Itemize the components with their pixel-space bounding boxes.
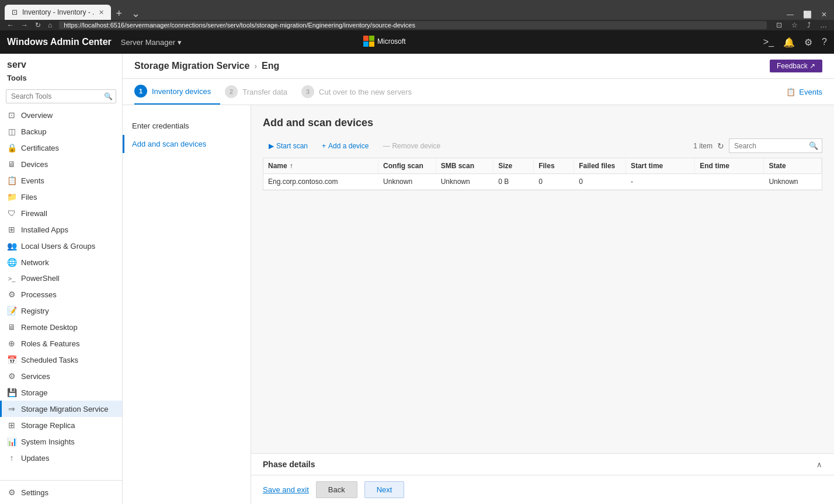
back-button[interactable]: Back: [316, 481, 357, 498]
firewall-icon: 🛡: [7, 208, 16, 218]
sidebar-item-firewall[interactable]: 🛡 Firewall: [0, 205, 122, 221]
home-button[interactable]: ⌂: [46, 20, 54, 30]
sidebar-item-devices[interactable]: 🖥 Devices: [0, 156, 122, 172]
terminal-icon[interactable]: >_: [763, 37, 774, 47]
step-cutover[interactable]: 3 Cut over to the new servers: [301, 79, 421, 104]
breadcrumb: Storage Migration Service › Eng: [134, 61, 765, 71]
forward-button[interactable]: →: [19, 20, 30, 30]
col-name[interactable]: Name ↑: [263, 158, 378, 173]
sidebar-search-input[interactable]: [6, 89, 116, 103]
services-icon: ⚙: [7, 371, 16, 381]
col-end-time[interactable]: End time: [695, 158, 764, 173]
tab-close-button[interactable]: ✕: [99, 9, 104, 16]
refresh-button[interactable]: ↻: [33, 20, 43, 30]
col-start-time[interactable]: Start time: [626, 158, 695, 173]
favorites-button[interactable]: ☆: [789, 20, 800, 30]
sort-icon: ↑: [290, 162, 293, 170]
next-button[interactable]: Next: [364, 481, 405, 498]
step-3-label: Cut over to the new servers: [319, 88, 412, 96]
step-transfer[interactable]: 2 Transfer data: [225, 79, 297, 104]
sidebar-item-processes[interactable]: ⚙ Processes: [0, 286, 122, 303]
address-input[interactable]: [59, 21, 767, 29]
restore-button[interactable]: ⬜: [801, 9, 814, 20]
sidebar-search-icon: 🔍: [104, 92, 113, 100]
sidebar-item-network[interactable]: 🌐 Network: [0, 254, 122, 270]
tab-menu-button[interactable]: ⌄: [127, 7, 145, 20]
col-smb-scan[interactable]: SMB scan: [436, 158, 494, 173]
table-header: Name ↑ Config scan SMB scan Size Files F…: [263, 158, 822, 174]
col-config-scan[interactable]: Config scan: [378, 158, 436, 173]
col-files[interactable]: Files: [534, 158, 574, 173]
sidebar-item-installed-apps[interactable]: ⊞ Installed Apps: [0, 221, 122, 238]
search-box-icon[interactable]: 🔍: [805, 139, 822, 152]
remove-device-button[interactable]: — Remove device: [377, 139, 446, 153]
sidebar-item-registry[interactable]: 📝 Registry: [0, 303, 122, 319]
events-doc-icon: 📋: [786, 88, 795, 96]
sidebar-item-events[interactable]: 📋 Events: [0, 172, 122, 189]
share-button[interactable]: ⤴: [805, 20, 813, 30]
devices-table: Name ↑ Config scan SMB scan Size Files F…: [263, 158, 822, 190]
step-inventory[interactable]: 1 Inventory devices: [134, 79, 220, 105]
save-exit-button[interactable]: Save and exit: [263, 485, 309, 494]
new-tab-button[interactable]: +: [111, 8, 127, 20]
settings-icon[interactable]: ⚙: [804, 37, 812, 48]
content-header: Storage Migration Service › Eng Feedback…: [123, 54, 834, 79]
refresh-button[interactable]: ↻: [717, 141, 724, 151]
dropdown-icon: ▾: [178, 38, 182, 47]
start-scan-button[interactable]: ▶ Start scan: [263, 139, 314, 153]
svg-rect-0: [363, 36, 369, 41]
sidebar-item-scheduled-tasks[interactable]: 📅 Scheduled Tasks: [0, 352, 122, 368]
left-panel-add-scan-devices[interactable]: Add and scan devices: [123, 135, 251, 153]
inner-layout: Enter credentials Add and scan devices A…: [123, 105, 834, 504]
help-icon[interactable]: ?: [822, 37, 827, 47]
feedback-button[interactable]: Feedback ↗: [770, 60, 822, 72]
sidebar-item-storage-migration[interactable]: ⇒ Storage Migration Service: [0, 401, 122, 417]
cell-end-time: [695, 174, 764, 189]
sidebar-label-registry: Registry: [21, 307, 49, 315]
local-users-icon: 👥: [7, 241, 16, 251]
sidebar-server-name: serv: [0, 54, 122, 72]
step-2-circle: 2: [225, 85, 238, 98]
close-button[interactable]: ✕: [819, 9, 829, 20]
add-device-button[interactable]: + Add a device: [316, 139, 374, 153]
col-failed-files[interactable]: Failed files: [574, 158, 626, 173]
add-device-label: Add a device: [328, 142, 369, 150]
minimize-button[interactable]: —: [784, 9, 796, 20]
table-row[interactable]: Eng.corp.contoso.com Unknown Unknown 0 B…: [263, 174, 822, 190]
sidebar-label-storage: Storage: [21, 388, 48, 397]
sidebar-item-backup[interactable]: ◫ Backup: [0, 123, 122, 140]
sidebar-item-storage-replica[interactable]: ⊞ Storage Replica: [0, 417, 122, 433]
more-button[interactable]: …: [818, 20, 829, 30]
sidebar-item-certificates[interactable]: 🔒 Certificates: [0, 140, 122, 156]
notification-icon[interactable]: 🔔: [783, 37, 795, 48]
sidebar-list: ⊡ Overview ◫ Backup 🔒 Certificates 🖥 Dev…: [0, 107, 122, 480]
sidebar-label-files: Files: [21, 193, 37, 201]
search-input[interactable]: [729, 140, 805, 152]
sidebar-item-roles-features[interactable]: ⊕ Roles & Features: [0, 335, 122, 352]
sidebar-item-remote-desktop[interactable]: 🖥 Remote Desktop: [0, 319, 122, 335]
events-link[interactable]: 📋 Events: [786, 82, 822, 102]
left-panel-enter-credentials[interactable]: Enter credentials: [123, 117, 251, 135]
server-manager-nav[interactable]: Server Manager ▾: [121, 38, 182, 47]
sidebar-item-files[interactable]: 📁 Files: [0, 189, 122, 205]
sidebar-item-services[interactable]: ⚙ Services: [0, 368, 122, 384]
content-area: Storage Migration Service › Eng Feedback…: [123, 54, 834, 504]
sidebar-item-local-users[interactable]: 👥 Local Users & Groups: [0, 238, 122, 254]
sidebar-item-settings[interactable]: ⚙ Settings: [0, 484, 122, 500]
sidebar-item-storage[interactable]: 💾 Storage: [0, 384, 122, 401]
cell-config-scan: Unknown: [378, 174, 436, 189]
phase-toggle-button[interactable]: ∧: [816, 460, 822, 469]
sidebar-label-updates: Updates: [21, 454, 49, 463]
col-state[interactable]: State: [764, 158, 822, 173]
col-size[interactable]: Size: [494, 158, 534, 173]
sidebar-item-updates[interactable]: ↑ Updates: [0, 450, 122, 466]
sidebar-item-overview[interactable]: ⊡ Overview: [0, 107, 122, 123]
sidebar-label-network: Network: [21, 258, 49, 267]
sidebar-label-backup: Backup: [21, 127, 46, 136]
sidebar-item-system-insights[interactable]: 📊 System Insights: [0, 433, 122, 450]
reader-mode-button[interactable]: ⊡: [774, 20, 784, 30]
back-button[interactable]: ←: [5, 20, 16, 30]
browser-tab[interactable]: ⊡ Inventory - Inventory - . ✕: [5, 5, 111, 20]
sidebar-item-powershell[interactable]: >_ PowerShell: [0, 270, 122, 286]
files-icon: 📁: [7, 192, 16, 201]
